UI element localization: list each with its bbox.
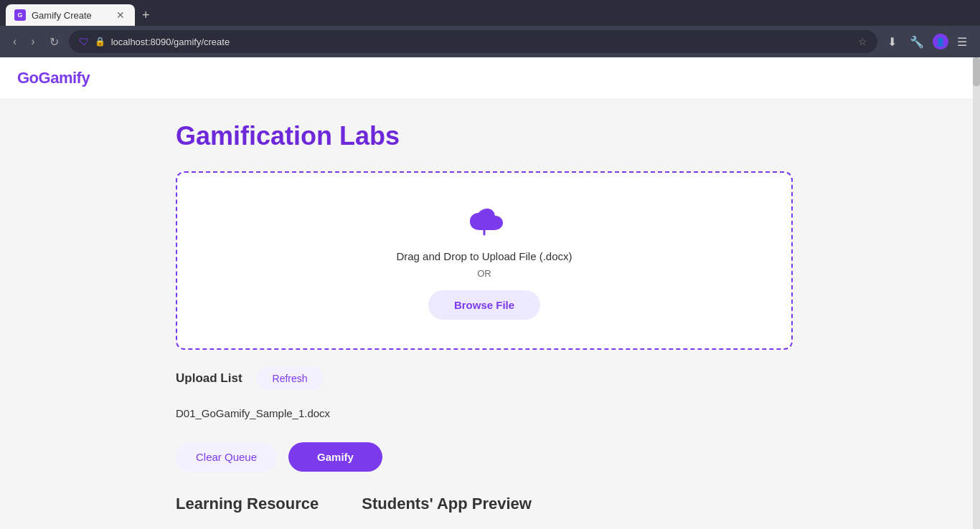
address-bar[interactable]: 🛡 🔒 localhost:8090/gamify/create ☆ (69, 30, 877, 53)
settings-icon[interactable]: 🔧 (905, 32, 928, 52)
shield-icon: 🛡 (79, 36, 89, 47)
gamify-button[interactable]: Gamify (288, 442, 382, 472)
lock-icon: 🔒 (95, 37, 105, 47)
active-tab[interactable]: G Gamify Create ✕ (6, 4, 135, 26)
toolbar-right: ⬇ 🔧 👤 ☰ (883, 32, 971, 52)
or-text: OR (192, 268, 777, 279)
tab-title: Gamify Create (32, 10, 92, 21)
content-layout: Gamification Labs Drag and Drop to Uploa… (0, 100, 973, 529)
tab-close-button[interactable]: ✕ (115, 9, 126, 21)
profile-icon[interactable]: 👤 (933, 34, 948, 49)
page-wrapper: GoGamify Gamification Labs Drag and Drop… (0, 57, 980, 529)
upload-list-section: Upload List Refresh D01_GoGamify_Sample_… (176, 367, 793, 513)
tab-favicon: G (14, 9, 26, 21)
browse-file-button[interactable]: Browse File (428, 290, 540, 320)
bookmark-icon[interactable]: ☆ (858, 36, 867, 47)
clear-queue-button[interactable]: Clear Queue (176, 442, 277, 472)
logo-text: GoGamify (17, 69, 90, 87)
upload-list-label: Upload List (176, 371, 242, 386)
refresh-button[interactable]: Refresh (257, 367, 324, 390)
scrollbar-track[interactable] (973, 57, 980, 529)
upload-zone[interactable]: Drag and Drop to Upload File (.docx) OR … (176, 171, 793, 350)
action-buttons: Clear Queue Gamify (176, 442, 793, 472)
drag-drop-text: Drag and Drop to Upload File (.docx) (192, 250, 777, 262)
tab-bar: G Gamify Create ✕ + (0, 0, 980, 26)
page-content: GoGamify Gamification Labs Drag and Drop… (0, 57, 973, 529)
browser-chrome: G Gamify Create ✕ + ‹ › ↻ 🛡 🔒 localhost:… (0, 0, 980, 57)
students-app-title: Students' App Preview (362, 495, 532, 513)
new-tab-button[interactable]: + (138, 6, 154, 24)
back-button[interactable]: ‹ (9, 32, 21, 51)
students-app-section: Students' App Preview (362, 495, 532, 513)
bottom-section: Learning Resource Students' App Preview (176, 495, 793, 513)
cloud-upload-icon (463, 201, 506, 239)
download-icon[interactable]: ⬇ (883, 32, 901, 52)
menu-icon[interactable]: ☰ (953, 32, 971, 52)
forward-button[interactable]: › (27, 32, 39, 51)
logo-bar: GoGamify (0, 57, 973, 100)
refresh-button[interactable]: ↻ (45, 32, 63, 52)
page-title: Gamification Labs (176, 121, 944, 151)
left-sidebar (0, 100, 147, 529)
learning-resource-title: Learning Resource (176, 495, 319, 513)
browser-toolbar: ‹ › ↻ 🛡 🔒 localhost:8090/gamify/create ☆… (0, 26, 980, 57)
main-area: Gamification Labs Drag and Drop to Uploa… (147, 100, 973, 529)
file-item: D01_GoGamify_Sample_1.docx (176, 401, 793, 425)
learning-resource-section: Learning Resource (176, 495, 319, 513)
scrollbar-thumb[interactable] (973, 57, 980, 86)
upload-list-header: Upload List Refresh (176, 367, 793, 390)
url-text: localhost:8090/gamify/create (111, 37, 852, 47)
